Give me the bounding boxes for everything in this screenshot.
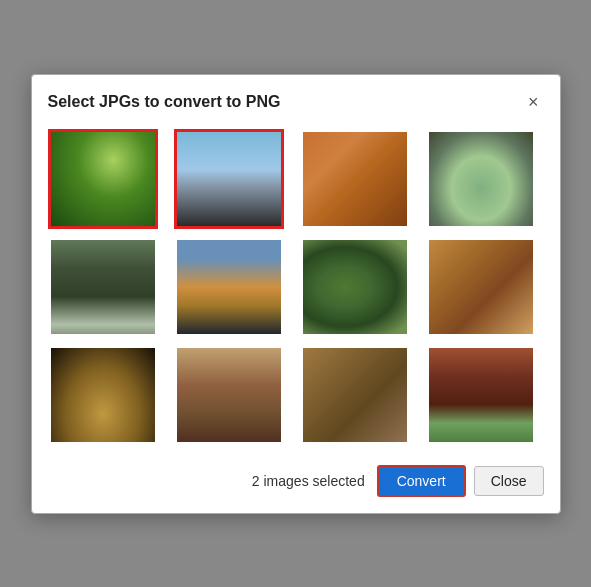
image-thumbnail-9 <box>51 348 155 442</box>
image-cell-4[interactable] <box>426 129 536 229</box>
image-cell-5[interactable] <box>48 237 158 337</box>
image-thumbnail-8 <box>429 240 533 334</box>
convert-button[interactable]: Convert <box>377 465 466 497</box>
image-thumbnail-3 <box>303 132 407 226</box>
dialog-close-button[interactable]: × <box>523 91 544 113</box>
image-thumbnail-2 <box>177 132 281 226</box>
image-cell-7[interactable] <box>300 237 410 337</box>
image-thumbnail-10 <box>177 348 281 442</box>
image-cell-2[interactable] <box>174 129 284 229</box>
dialog: Select JPGs to convert to PNG × 2 images… <box>31 74 561 514</box>
image-thumbnail-5 <box>51 240 155 334</box>
image-thumbnail-11 <box>303 348 407 442</box>
image-cell-6[interactable] <box>174 237 284 337</box>
image-cell-3[interactable] <box>300 129 410 229</box>
image-thumbnail-12 <box>429 348 533 442</box>
image-thumbnail-4 <box>429 132 533 226</box>
image-thumbnail-7 <box>303 240 407 334</box>
image-thumbnail-6 <box>177 240 281 334</box>
image-cell-12[interactable] <box>426 345 536 445</box>
image-thumbnail-1 <box>51 132 155 226</box>
image-cell-8[interactable] <box>426 237 536 337</box>
image-grid <box>48 129 544 445</box>
dialog-header: Select JPGs to convert to PNG × <box>48 91 544 113</box>
selected-count-text: 2 images selected <box>252 473 365 489</box>
dialog-title: Select JPGs to convert to PNG <box>48 93 281 111</box>
close-button[interactable]: Close <box>474 466 544 496</box>
image-cell-9[interactable] <box>48 345 158 445</box>
image-cell-10[interactable] <box>174 345 284 445</box>
dialog-footer: 2 images selected Convert Close <box>48 461 544 497</box>
image-cell-11[interactable] <box>300 345 410 445</box>
image-cell-1[interactable] <box>48 129 158 229</box>
